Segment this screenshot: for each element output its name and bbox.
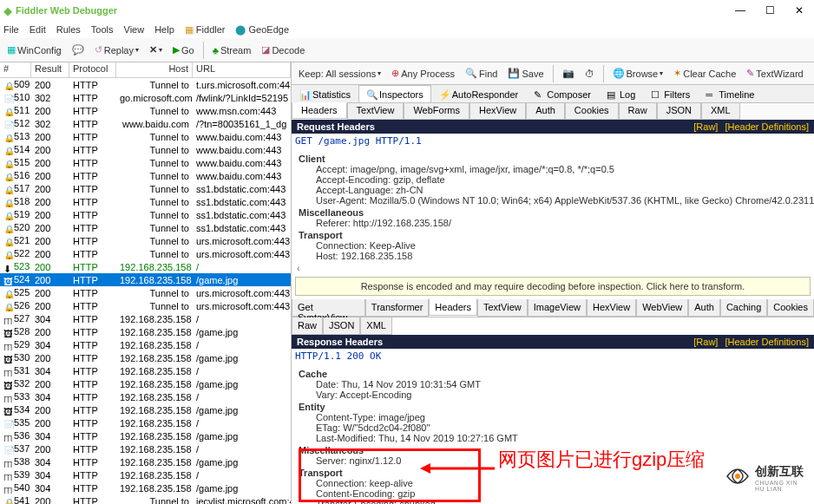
reqtab-raw[interactable]: Raw [619, 103, 657, 120]
menu-tools[interactable]: Tools [91, 24, 114, 35]
session-row[interactable]: 🔒541200HTTPTunnel toiecvlist.microsoft.c… [0, 494, 291, 504]
reqtab-cookies[interactable]: Cookies [565, 103, 619, 120]
session-row[interactable]: 🖼532200HTTP192.168.235.158/game.jpg [0, 377, 291, 390]
reqtab-textview[interactable]: TextView [347, 103, 404, 120]
winconfig-button[interactable]: ▦ WinConfig [3, 43, 65, 57]
reqtab-auth[interactable]: Auth [526, 103, 565, 120]
resptab-webview[interactable]: WebView [636, 299, 688, 317]
menu-geoedge[interactable]: ⬤ GeoEdge [235, 24, 289, 36]
session-row[interactable]: 🔒517200HTTPTunnel toss1.bdstatic.com:443 [0, 182, 291, 195]
session-row[interactable]: ◫529304HTTP192.168.235.158/ [0, 338, 291, 351]
session-row[interactable]: 🔒516200HTTPTunnel towww.baidu.com:443 [0, 169, 291, 182]
session-row[interactable]: 🔒526200HTTPTunnel tours.microsoft.com:44… [0, 299, 291, 312]
col-result[interactable]: Result [31, 62, 69, 77]
resptab2-json[interactable]: JSON [323, 317, 360, 335]
resptab-headers[interactable]: Headers [429, 298, 477, 316]
tab-filters[interactable]: ☐Filters [643, 85, 698, 102]
session-row[interactable]: ◫538304HTTP192.168.235.158/game.jpg [0, 455, 291, 468]
resptab-auth[interactable]: Auth [688, 299, 720, 317]
grid-body[interactable]: 🔒509200HTTPTunnel tot.urs.microsoft.com:… [0, 78, 291, 504]
clearcache-button[interactable]: ✶ Clear Cache [670, 66, 739, 81]
session-row[interactable]: ◫539304HTTP192.168.235.158/ [0, 468, 291, 481]
session-row[interactable]: 🔒521200HTTPTunnel tours.microsoft.com:44… [0, 234, 291, 247]
session-row[interactable]: 🔒509200HTTPTunnel tot.urs.microsoft.com:… [0, 78, 291, 91]
go-button[interactable]: ▶ Go [169, 43, 198, 57]
resptab-hexview[interactable]: HexView [587, 299, 636, 317]
header-defs-link[interactable]: [Header Definitions] [725, 121, 809, 132]
session-row[interactable]: 🖼528200HTTP192.168.235.158/game.jpg [0, 325, 291, 338]
session-row[interactable]: 🔒515200HTTPTunnel towww.baidu.com:443 [0, 156, 291, 169]
session-row[interactable]: ⬇523200HTTP192.168.235.158/ [0, 260, 291, 273]
session-row[interactable]: 📄535200HTTP192.168.235.158/ [0, 416, 291, 429]
session-row[interactable]: 🖼524200HTTP192.168.235.158/game.jpg [0, 273, 291, 286]
menu-fiddler[interactable]: ▦ Fiddler [185, 24, 226, 36]
tab-composer[interactable]: ✎Composer [526, 85, 599, 102]
menu-rules[interactable]: Rules [56, 24, 81, 35]
maximize-button[interactable]: ☐ [755, 0, 784, 21]
reqtab-hexview[interactable]: HexView [469, 103, 526, 120]
session-row[interactable]: 🖼530200HTTP192.168.235.158/game.jpg [0, 351, 291, 364]
find-button[interactable]: 🔍 Find [462, 66, 501, 81]
reqtab-xml[interactable]: XML [701, 103, 740, 120]
col-num[interactable]: # [0, 62, 31, 77]
reqtab-headers[interactable]: Headers [292, 102, 347, 119]
menu-edit[interactable]: Edit [30, 24, 46, 35]
reqtab-webforms[interactable]: WebForms [404, 103, 469, 120]
decode-banner[interactable]: Response is encoded and may require deco… [295, 277, 811, 296]
session-row[interactable]: 🖼534200HTTP192.168.235.158/game.jpg [0, 403, 291, 416]
session-row[interactable]: 🔒519200HTTPTunnel toss1.bdstatic.com:443 [0, 208, 291, 221]
scroll-left-icon[interactable]: ‹ [292, 263, 814, 273]
anyprocess-button[interactable]: ⊕ Any Process [388, 66, 458, 81]
raw-link[interactable]: [Raw] [693, 121, 718, 132]
session-row[interactable]: 🔒520200HTTPTunnel toss1.bdstatic.com:443 [0, 221, 291, 234]
request-headers-pane[interactable]: ClientAccept: image/png, image/svg+xml, … [292, 148, 814, 263]
header-defs-link-resp[interactable]: [Header Definitions] [725, 337, 809, 347]
session-row[interactable]: 🔒518200HTTPTunnel toss1.bdstatic.com:443 [0, 195, 291, 208]
session-row[interactable]: 📄537200HTTP192.168.235.158/ [0, 442, 291, 455]
session-row[interactable]: 🔒522200HTTPTunnel tours.microsoft.com:44… [0, 247, 291, 260]
session-row[interactable]: ◫536304HTTP192.168.235.158/game.jpg [0, 429, 291, 442]
stream-button[interactable]: ♣ Stream [209, 43, 255, 57]
session-row[interactable]: 🔒513200HTTPTunnel towww.baidu.com:443 [0, 130, 291, 143]
tab-timeline[interactable]: ═Timeline [698, 85, 762, 102]
decode-button[interactable]: ◪ Decode [258, 43, 308, 57]
reqtab-json[interactable]: JSON [657, 103, 701, 120]
resptab2-raw[interactable]: Raw [292, 317, 323, 335]
clock-icon[interactable]: ⏱ [581, 67, 598, 81]
raw-link-resp[interactable]: [Raw] [693, 337, 718, 347]
session-row[interactable]: 📄510302HTTPgo.microsoft.com/fwlink/?Link… [0, 91, 291, 104]
resptab-textview[interactable]: TextView [477, 299, 528, 317]
resptab-transformer[interactable]: Transformer [365, 299, 430, 317]
col-url[interactable]: URL [193, 62, 291, 77]
tab-statistics[interactable]: 📊Statistics [292, 85, 358, 102]
replay-button[interactable]: ↺ Replay ▾ [91, 43, 142, 57]
session-row[interactable]: ◫527304HTTP192.168.235.158/ [0, 312, 291, 325]
remove-button[interactable]: ✕ ▾ [146, 43, 166, 57]
minimize-button[interactable]: — [725, 0, 755, 21]
resptab-getsyntaxview[interactable]: Get SyntaxView [292, 299, 365, 317]
tab-log[interactable]: ▤Log [599, 85, 643, 102]
browse-button[interactable]: 🌐 Browse ▾ [609, 66, 667, 81]
menu-file[interactable]: File [3, 24, 19, 35]
save-button[interactable]: 💾 Save [504, 66, 547, 81]
resptab-caching[interactable]: Caching [720, 299, 767, 317]
tab-autoresponder[interactable]: ⚡AutoResponder [431, 85, 526, 102]
resptab-imageview[interactable]: ImageView [528, 299, 587, 317]
session-row[interactable]: 📄512302HTTPwww.baidu.com/?tn=80035161_1_… [0, 117, 291, 130]
camera-icon[interactable]: 📷 [559, 66, 578, 81]
close-button[interactable]: ✕ [784, 0, 814, 21]
keep-button[interactable]: Keep: All sessions ▾ [295, 67, 384, 81]
menu-help[interactable]: Help [154, 24, 174, 35]
col-protocol[interactable]: Protocol [69, 62, 116, 77]
session-row[interactable]: 🔒525200HTTPTunnel tours.microsoft.com:44… [0, 286, 291, 299]
resptab2-xml[interactable]: XML [360, 317, 392, 335]
session-row[interactable]: ◫540304HTTP192.168.235.158/game.jpg [0, 481, 291, 494]
comment-button[interactable]: 💬 [69, 43, 88, 57]
session-row[interactable]: 🔒511200HTTPTunnel towww.msn.com:443 [0, 104, 291, 117]
session-row[interactable]: 🔒514200HTTPTunnel towww.baidu.com:443 [0, 143, 291, 156]
tab-inspectors[interactable]: 🔍Inspectors [358, 85, 431, 102]
resptab-cookies[interactable]: Cookies [767, 299, 814, 317]
textwizard-button[interactable]: ✎ TextWizard [743, 66, 806, 81]
menu-view[interactable]: View [124, 24, 145, 35]
col-host[interactable]: Host [116, 62, 193, 77]
